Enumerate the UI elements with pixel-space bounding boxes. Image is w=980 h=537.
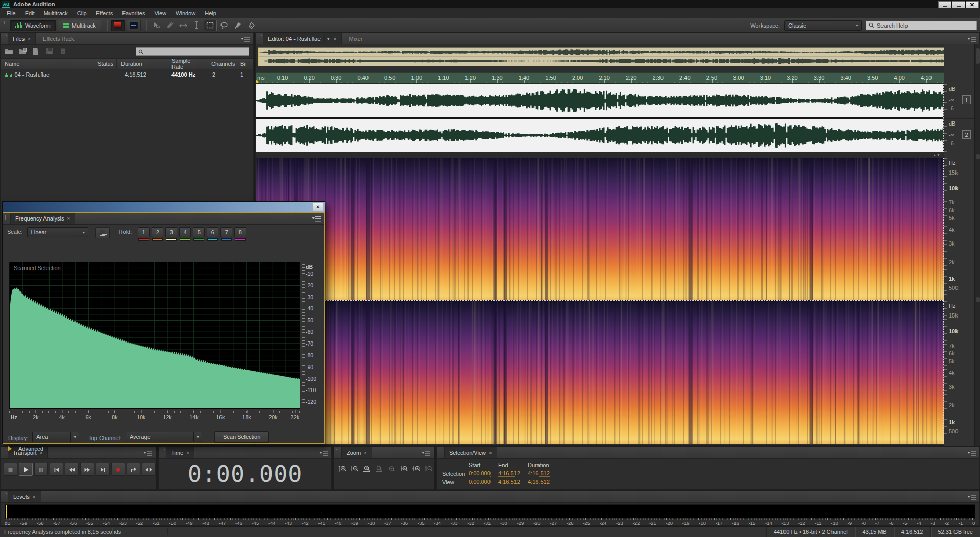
skip-selection-button[interactable] xyxy=(142,463,156,476)
goto-end-button[interactable] xyxy=(96,463,110,476)
minimize-button[interactable] xyxy=(938,1,951,9)
menu-item[interactable]: Help xyxy=(200,9,221,18)
play-button[interactable] xyxy=(19,463,33,476)
top-channel-dropdown[interactable]: Average ▼ xyxy=(126,432,202,442)
waveform-channel-1[interactable] xyxy=(256,84,943,117)
new-file-icon[interactable] xyxy=(32,48,41,55)
stop-button[interactable] xyxy=(4,463,17,476)
hold-button[interactable]: 7 xyxy=(220,227,232,237)
zoom-navigator[interactable] xyxy=(258,47,948,66)
multitrack-mode-button[interactable]: Multitrack xyxy=(58,20,101,31)
menu-item[interactable]: Window xyxy=(171,9,200,18)
tab-mixer[interactable]: Mixer xyxy=(342,33,370,44)
selection-duration-value[interactable]: 4:16.512 xyxy=(528,470,550,477)
scale-dropdown[interactable]: Linear ▼ xyxy=(27,227,88,237)
panel-grip[interactable] xyxy=(3,493,7,500)
frequency-ruler-ch1[interactable]: Hz 15k10k7k6k5k4k3k2k1k500 xyxy=(944,158,975,301)
panel-menu-icon[interactable] xyxy=(241,36,250,42)
tab-close-icon[interactable]: × xyxy=(489,450,492,456)
channel-1-badge[interactable]: 1 xyxy=(962,95,971,104)
spot-healing-brush-tool[interactable] xyxy=(244,20,257,31)
pause-button[interactable] xyxy=(34,463,48,476)
tab-close-icon[interactable]: × xyxy=(67,216,70,222)
splitter-arrows-icon[interactable]: ▲▼ xyxy=(933,153,941,157)
tab-close-icon[interactable]: × xyxy=(33,494,36,500)
zoom-out-horizontal-button[interactable] xyxy=(374,464,384,474)
chevron-down-icon[interactable]: ▼ xyxy=(324,35,332,42)
lasso-selection-tool[interactable] xyxy=(218,20,230,31)
panel-grip[interactable] xyxy=(258,35,262,42)
menu-item[interactable]: Effects xyxy=(91,9,117,18)
tab-levels[interactable]: Levels × xyxy=(8,491,41,502)
panel-menu-icon[interactable] xyxy=(967,450,976,456)
menu-item[interactable]: View xyxy=(150,9,171,18)
view-end-value[interactable]: 4:16.512 xyxy=(498,479,520,485)
tab-selection-view[interactable]: Selection/View × xyxy=(444,447,497,458)
zoom-in-horizontal-button[interactable] xyxy=(362,464,372,474)
tab-frequency-analysis[interactable]: Frequency Analysis × xyxy=(10,213,75,224)
maximize-button[interactable] xyxy=(952,1,965,9)
channel-2-badge[interactable]: 2 xyxy=(962,130,971,139)
tab-close-icon[interactable]: × xyxy=(28,36,31,42)
panel-grip[interactable] xyxy=(3,449,7,456)
view-duration-value[interactable]: 4:16.512 xyxy=(528,479,550,485)
panel-grip[interactable] xyxy=(5,215,9,222)
tab-zoom[interactable]: Zoom × xyxy=(341,447,372,458)
scrollbar-thumb[interactable] xyxy=(976,48,980,64)
zoom-to-selection-button[interactable] xyxy=(424,464,434,474)
loop-playback-button[interactable] xyxy=(127,463,140,476)
panel-grip[interactable] xyxy=(3,35,7,42)
save-file-icon[interactable] xyxy=(46,48,55,55)
menu-item[interactable]: File xyxy=(2,9,20,18)
frequency-analysis-chart[interactable]: Scanned Selection xyxy=(9,262,300,409)
hold-button[interactable]: 3 xyxy=(165,227,177,237)
waveform-display[interactable] xyxy=(256,84,944,152)
panel-menu-icon[interactable] xyxy=(422,450,430,456)
waveform-spectral-splitter[interactable]: ▲▼ xyxy=(256,152,944,158)
zoom-reset-button[interactable] xyxy=(387,464,397,474)
menu-item[interactable]: Clip xyxy=(72,9,91,18)
hold-button[interactable]: 1 xyxy=(138,227,150,237)
trash-icon[interactable] xyxy=(60,48,68,55)
time-display[interactable]: 0:00.000 xyxy=(159,460,331,487)
column-header[interactable]: Channels xyxy=(207,59,236,69)
time-selection-tool[interactable] xyxy=(190,20,203,31)
zoom-out-vertical-button[interactable] xyxy=(350,464,360,474)
advanced-expander[interactable]: Advanced xyxy=(8,446,43,452)
panel-grip[interactable] xyxy=(161,449,165,456)
zoom-in-vertical-button[interactable] xyxy=(337,464,348,474)
frequency-ruler-ch2[interactable]: Hz 15k10k7k6k5k4k3k2k1k500 xyxy=(944,301,975,444)
open-file-icon[interactable] xyxy=(5,48,13,55)
tab-files[interactable]: Files × xyxy=(8,33,36,44)
amplitude-ruler-ch2[interactable]: dB -∞ -6 2 xyxy=(944,118,975,152)
slip-tool[interactable] xyxy=(164,20,176,31)
workspace-dropdown[interactable]: Classic ▼ xyxy=(784,20,862,31)
menu-item[interactable]: Edit xyxy=(20,9,39,18)
waveform-mode-button[interactable]: Waveform xyxy=(10,20,56,31)
spectral-display-toggle[interactable] xyxy=(111,20,125,31)
marquee-selection-tool[interactable] xyxy=(204,20,217,31)
column-header[interactable]: Duration xyxy=(117,59,167,69)
waveform-channel-2[interactable] xyxy=(256,119,943,152)
menu-item[interactable]: Favorites xyxy=(117,9,150,18)
menu-item[interactable]: Multitrack xyxy=(39,9,72,18)
spectrogram-channel-2[interactable] xyxy=(256,301,944,444)
column-header[interactable]: Sample Rate xyxy=(167,59,207,69)
view-start-value[interactable]: 0:00.000 xyxy=(469,479,491,485)
panel-menu-icon[interactable] xyxy=(312,216,321,222)
column-header[interactable]: Status xyxy=(93,59,117,69)
rewind-button[interactable] xyxy=(65,463,79,476)
zoom-to-in-point-button[interactable] xyxy=(399,464,409,474)
paintbrush-selection-tool[interactable] xyxy=(231,20,243,31)
panel-menu-icon[interactable] xyxy=(319,450,328,456)
hold-button[interactable]: 5 xyxy=(193,227,205,237)
import-file-icon[interactable] xyxy=(18,48,27,55)
tab-effects-rack[interactable]: Effects Rack xyxy=(36,33,82,44)
file-row[interactable]: 04 - Rush.flac 4:16.512 44100 Hz 2 1 xyxy=(1,69,253,80)
hold-button[interactable]: 4 xyxy=(179,227,191,237)
zoom-to-out-point-button[interactable] xyxy=(411,464,422,474)
frequency-window-titlebar[interactable]: × xyxy=(3,202,325,213)
tab-close-icon[interactable]: × xyxy=(334,36,337,42)
fast-forward-button[interactable] xyxy=(80,463,94,476)
panel-menu-icon[interactable] xyxy=(967,36,976,42)
